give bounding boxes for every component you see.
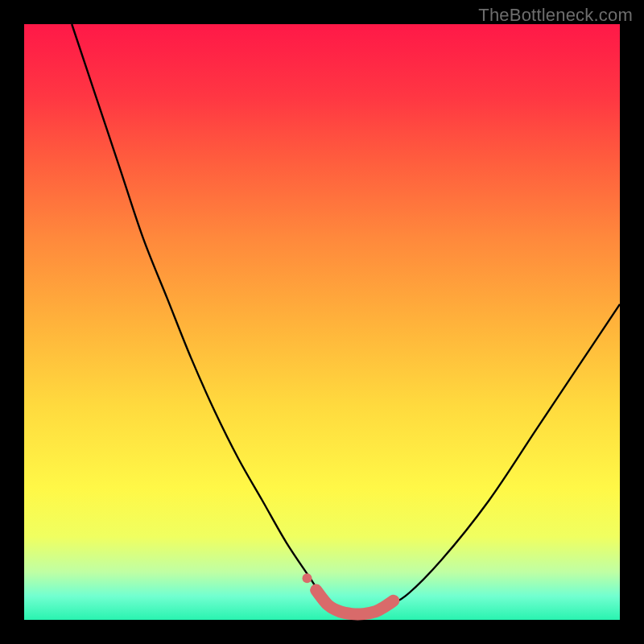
highlight-dot	[303, 573, 312, 583]
highlight-stroke	[316, 590, 394, 614]
chart-overlay	[24, 24, 620, 620]
watermark: TheBottleneck.com	[478, 5, 633, 26]
highlight-segment	[303, 573, 394, 614]
bottleneck-curve	[72, 24, 620, 615]
chart-frame: TheBottleneck.com	[0, 0, 644, 644]
